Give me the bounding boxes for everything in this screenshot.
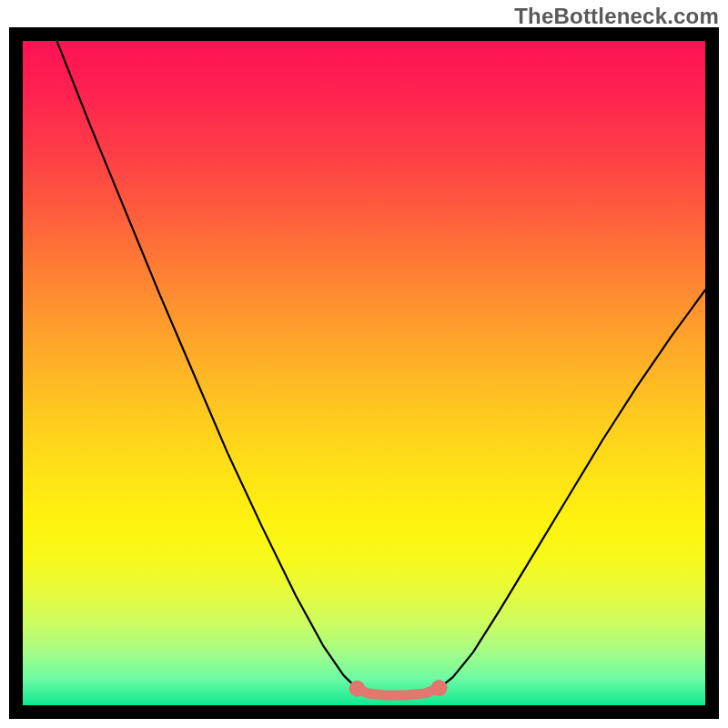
chart-svg [23, 41, 705, 705]
point-valley-endpoints [431, 680, 448, 696]
watermark-text: TheBottleneck.com [514, 4, 719, 29]
plot-area [23, 41, 705, 705]
chart-container: TheBottleneck.com [0, 0, 728, 728]
plot-frame [9, 27, 719, 719]
gradient-background [23, 41, 705, 705]
point-valley-endpoints [349, 681, 366, 697]
